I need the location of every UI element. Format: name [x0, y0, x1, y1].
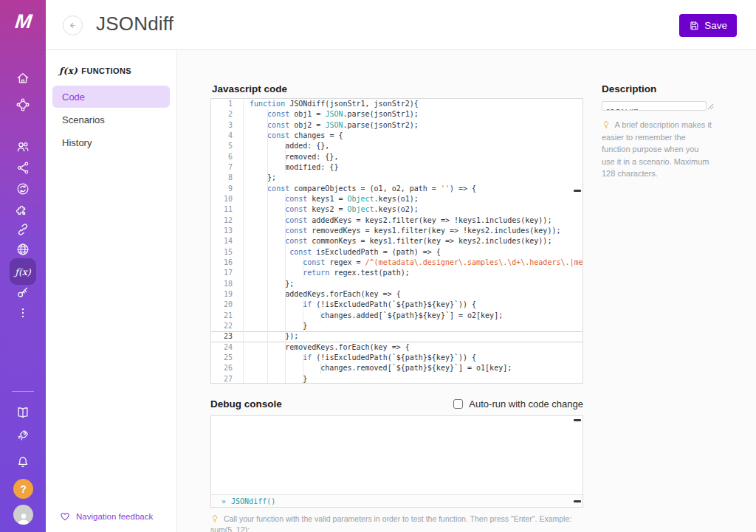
- nav-item-code[interactable]: Code: [52, 86, 170, 108]
- code-line[interactable]: 1function JSONdiff(jsonStr1, jsonStr2){: [211, 99, 583, 109]
- puzzle-icon[interactable]: [15, 201, 31, 218]
- resize-grip-icon[interactable]: [707, 103, 714, 110]
- code-line[interactable]: 14 const commonKeys = keys1.filter(key =…: [211, 236, 583, 246]
- line-number[interactable]: 1: [211, 99, 244, 109]
- scrollbar-thumb[interactable]: [574, 500, 581, 502]
- help-icon[interactable]: ?: [13, 479, 33, 499]
- line-number[interactable]: 6: [211, 152, 244, 162]
- code-line[interactable]: 5 added: {},: [211, 141, 583, 151]
- code-line[interactable]: 23 });: [211, 331, 583, 342]
- functions-icon-active[interactable]: ƒ(x): [10, 258, 36, 285]
- autorun-toggle[interactable]: Auto-run with code change: [453, 398, 583, 410]
- line-number[interactable]: 10: [211, 194, 244, 204]
- line-number[interactable]: 3: [211, 120, 244, 131]
- code-line[interactable]: 19 addedKeys.forEach(key => {: [211, 289, 583, 300]
- debug-console-input[interactable]: » JSONdiff(): [211, 494, 583, 507]
- line-number[interactable]: 17: [211, 268, 244, 278]
- line-number[interactable]: 13: [211, 226, 244, 236]
- indent-guide: [267, 289, 268, 300]
- sync-circle-icon[interactable]: [15, 181, 31, 197]
- line-number[interactable]: 2: [211, 109, 244, 120]
- line-number[interactable]: 7: [211, 162, 244, 173]
- rocket-icon[interactable]: [15, 427, 31, 443]
- code-line[interactable]: 15 const isExcludedPath = (path) => {: [211, 247, 583, 258]
- code-line[interactable]: 27 }: [211, 374, 583, 384]
- line-number[interactable]: 9: [211, 184, 244, 194]
- line-number[interactable]: 21: [211, 311, 244, 321]
- indent-guide: [267, 300, 268, 310]
- line-number[interactable]: 20: [211, 300, 244, 310]
- code-line[interactable]: 8 };: [211, 173, 583, 183]
- book-icon[interactable]: [15, 404, 31, 421]
- line-number[interactable]: 16: [211, 258, 244, 268]
- code-line[interactable]: 26 changes.removed[`${path}${key}`] = o1…: [211, 363, 583, 373]
- globe-icon[interactable]: [15, 241, 31, 258]
- description-panel: Description JSONdiff A brief description…: [602, 83, 718, 180]
- scrollbar-thumb[interactable]: [574, 419, 581, 421]
- code-line[interactable]: 20 if (!isExcludedPath(`${path}${key}`))…: [211, 300, 583, 310]
- save-button[interactable]: Save: [679, 14, 737, 37]
- code-line[interactable]: 12 const addedKeys = keys2.filter(key =>…: [211, 215, 583, 226]
- code-line[interactable]: 16 const regex = /^(metadata\.designer\.…: [211, 258, 583, 268]
- code-line[interactable]: 17 return regex.test(path);: [211, 268, 583, 278]
- code-text: const obj2 = JSON.parse(jsonStr2);: [244, 120, 419, 131]
- code-editor[interactable]: 1function JSONdiff(jsonStr1, jsonStr2){2…: [210, 98, 583, 384]
- autorun-checkbox[interactable]: [453, 399, 463, 409]
- make-logo[interactable]: M: [10, 9, 38, 34]
- debug-console-output[interactable]: [211, 416, 583, 494]
- line-number[interactable]: 23: [211, 331, 244, 342]
- indent-guide: [267, 331, 268, 342]
- key-icon[interactable]: [15, 284, 31, 300]
- line-number[interactable]: 5: [211, 141, 244, 151]
- line-number[interactable]: 8: [211, 173, 244, 183]
- share-icon[interactable]: [15, 159, 31, 176]
- scrollbar-thumb[interactable]: [574, 190, 581, 192]
- line-number[interactable]: 15: [211, 247, 244, 258]
- indent-guide: [285, 247, 286, 258]
- indent-guide: [285, 204, 286, 215]
- line-number[interactable]: 4: [211, 131, 244, 141]
- code-line[interactable]: 24 removedKeys.forEach(key => {: [211, 342, 583, 353]
- code-line[interactable]: 21 changes.added[`${path}${key}`] = o2[k…: [211, 311, 583, 321]
- back-button[interactable]: [63, 15, 83, 35]
- code-line[interactable]: 7 modified: {}: [211, 162, 583, 173]
- line-number[interactable]: 12: [211, 215, 244, 226]
- indent-guide: [285, 342, 286, 353]
- code-line[interactable]: 10 const keys1 = Object.keys(o1);: [211, 194, 583, 204]
- code-line[interactable]: 22 }: [211, 321, 583, 331]
- home-icon[interactable]: [15, 70, 31, 86]
- code-text: const keys2 = Object.keys(o2);: [244, 204, 419, 215]
- description-input[interactable]: JSONdiff: [602, 101, 707, 111]
- code-line[interactable]: 2 const obj1 = JSON.parse(jsonStr1);: [211, 109, 583, 120]
- line-number[interactable]: 26: [211, 363, 244, 373]
- line-number[interactable]: 22: [211, 321, 244, 331]
- line-number[interactable]: 24: [211, 342, 244, 353]
- avatar[interactable]: [13, 505, 33, 525]
- navigation-feedback-link[interactable]: Navigation feedback: [60, 511, 153, 521]
- code-line[interactable]: 3 const obj2 = JSON.parse(jsonStr2);: [211, 120, 583, 131]
- code-line[interactable]: 9 const compareObjects = (o1, o2, path =…: [211, 184, 583, 194]
- line-number[interactable]: 25: [211, 353, 244, 363]
- line-number[interactable]: 14: [211, 236, 244, 246]
- code-line[interactable]: 4 const changes = {: [211, 131, 583, 141]
- code-line[interactable]: 13 const removedKeys = keys1.filter(key …: [211, 226, 583, 236]
- code-lines: 1function JSONdiff(jsonStr1, jsonStr2){2…: [211, 99, 583, 384]
- bell-icon[interactable]: [15, 454, 31, 470]
- functions-glyph: ƒ(x): [15, 266, 30, 277]
- nav-item-scenarios[interactable]: Scenarios: [52, 108, 170, 131]
- code-line[interactable]: 11 const keys2 = Object.keys(o2);: [211, 204, 583, 215]
- line-number[interactable]: 27: [211, 374, 244, 384]
- nav-item-history[interactable]: History: [52, 131, 170, 153]
- more-dots-icon[interactable]: [15, 305, 31, 321]
- code-line[interactable]: 6 removed: {},: [211, 152, 583, 162]
- line-number[interactable]: 19: [211, 289, 244, 300]
- line-number[interactable]: 18: [211, 279, 244, 289]
- scenarios-nodes-icon[interactable]: [15, 97, 31, 113]
- indent-guide: [285, 321, 286, 331]
- users-icon[interactable]: [15, 139, 31, 155]
- link-icon[interactable]: [15, 221, 31, 238]
- indent-guide: [320, 311, 321, 321]
- code-line[interactable]: 25 if (!isExcludedPath(`${path}${key}`))…: [211, 353, 583, 363]
- line-number[interactable]: 11: [211, 204, 244, 215]
- code-line[interactable]: 18 };: [211, 279, 583, 289]
